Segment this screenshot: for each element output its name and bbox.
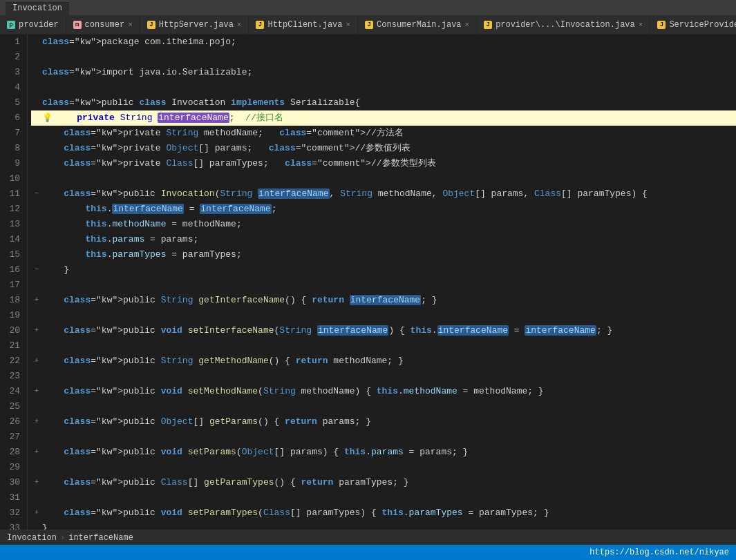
- line-number: 1: [3, 35, 20, 50]
- line-number: 27: [3, 429, 20, 445]
- fold-single-button[interactable]: +: [35, 354, 39, 369]
- fold-single-button[interactable]: +: [35, 384, 39, 399]
- breadcrumb-item-1[interactable]: interfaceName: [68, 533, 133, 543]
- tab-HttpClient[interactable]: JHttpClient.java×: [249, 15, 358, 34]
- line-number: 20: [3, 323, 20, 338]
- fold-single-button[interactable]: +: [35, 323, 39, 338]
- tab-ServiceProvider[interactable]: JServiceProvider.java×: [650, 15, 736, 34]
- code-text: }: [42, 521, 48, 530]
- code-content[interactable]: class="kw">package com.itheima.pojo;clas…: [28, 35, 736, 530]
- code-line: class="kw">import java.io.Serializable;: [31, 65, 736, 80]
- code-text: }: [42, 262, 69, 278]
- code-line: class="kw">private Class[] paramTypes; c…: [31, 156, 736, 171]
- code-line: this.paramTypes = paramTypes;: [31, 247, 736, 262]
- code-line: [31, 490, 736, 505]
- tab-icon: J: [657, 21, 666, 29]
- tab-label: HttpServer.java: [159, 20, 234, 30]
- tab-label: HttpClient.java: [267, 20, 342, 30]
- line-number: 2: [3, 50, 20, 65]
- tab-provider[interactable]: pprovider: [0, 15, 66, 34]
- line-number: 3: [3, 65, 20, 80]
- line-number: 5: [3, 95, 20, 110]
- tab-bar: pprovidermconsumer×JHttpServer.java×JHtt…: [0, 15, 736, 35]
- line-number: 22: [3, 354, 20, 369]
- tab-icon: J: [365, 21, 373, 29]
- fold-open-button[interactable]: −: [35, 186, 39, 202]
- code-line: class="kw">private String methodName; cl…: [31, 126, 736, 141]
- fold-area: +: [31, 384, 42, 399]
- tab-label: ServiceProvider.java: [669, 20, 736, 30]
- tab-icon: p: [7, 21, 15, 29]
- code-line: this.interfaceName = interfaceName;: [31, 202, 736, 217]
- status-url: https://blog.csdn.net/nikyae: [589, 548, 729, 557]
- code-text: class="kw">import java.io.Serializable;: [42, 65, 252, 80]
- line-number: 13: [3, 217, 20, 232]
- fold-area: +: [31, 354, 42, 369]
- tab-close-button[interactable]: ×: [639, 21, 643, 29]
- code-line: + class="kw">public void setMethodName(S…: [31, 384, 736, 399]
- code-line: [31, 460, 736, 475]
- code-line: [31, 278, 736, 293]
- lightbulb-icon[interactable]: 💡: [42, 110, 53, 126]
- line-number: 18: [3, 293, 20, 308]
- code-line: [31, 399, 736, 414]
- line-number: 32: [3, 505, 20, 521]
- code-text: class="kw">public Class[] getParamTypes(…: [42, 475, 409, 490]
- line-number: 4: [3, 80, 20, 95]
- code-line: [31, 429, 736, 445]
- fold-area: +: [31, 475, 42, 490]
- fold-close-button[interactable]: −: [35, 262, 39, 278]
- code-text: class="kw">public String getMethodName()…: [42, 354, 404, 369]
- tab-close-button[interactable]: ×: [346, 21, 351, 29]
- fold-area: +: [31, 505, 42, 521]
- breadcrumb-separator: ›: [60, 533, 65, 543]
- fold-single-button[interactable]: +: [35, 414, 39, 429]
- tab-label: provider: [19, 20, 59, 30]
- tab-close-button[interactable]: ×: [237, 21, 242, 29]
- fold-area: +: [31, 445, 42, 460]
- code-text: this.params = params;: [42, 232, 198, 247]
- code-line: this.params = params;: [31, 232, 736, 247]
- fold-area: +: [31, 323, 42, 338]
- fold-single-button[interactable]: +: [35, 505, 39, 521]
- line-number: 24: [3, 384, 20, 399]
- tab-close-button[interactable]: ×: [128, 21, 133, 29]
- window-title: Invocation: [6, 1, 69, 15]
- tab-consumer[interactable]: mconsumer×: [66, 15, 140, 34]
- code-line: − }: [31, 262, 736, 278]
- tab-icon: J: [147, 21, 155, 29]
- code-line: + class="kw">public void setParamTypes(C…: [31, 505, 736, 521]
- tab-ConsumerMain[interactable]: JConsumerMain.java×: [358, 15, 477, 34]
- line-number: 33: [3, 521, 20, 530]
- code-line: − class="kw">public Invocation(String in…: [31, 186, 736, 202]
- line-number: 31: [3, 490, 20, 505]
- code-line: + class="kw">public Class[] getParamType…: [31, 475, 736, 490]
- line-number: 21: [3, 338, 20, 354]
- code-line: [31, 369, 736, 384]
- fold-area: +: [31, 293, 42, 308]
- line-number: 10: [3, 171, 20, 186]
- breadcrumb-item-0[interactable]: Invocation: [7, 533, 57, 543]
- fold-single-button[interactable]: +: [35, 445, 39, 460]
- fold-single-button[interactable]: +: [35, 475, 39, 490]
- code-line: this.methodName = methodName;: [31, 217, 736, 232]
- code-text: class="kw">private Object[] params; clas…: [42, 141, 411, 156]
- code-text: this.interfaceName = interfaceName;: [42, 202, 277, 217]
- tab-provider_invocation[interactable]: Jprovider\...\Invocation.java×: [477, 15, 650, 34]
- code-text: class="kw">public class Invocation imple…: [42, 95, 360, 110]
- code-line: class="kw">private Object[] params; clas…: [31, 141, 736, 156]
- fold-area: −: [31, 262, 42, 278]
- line-number: 15: [3, 247, 20, 262]
- code-text: this.methodName = methodName;: [42, 217, 242, 232]
- code-text: class="kw">public void setMethodName(Str…: [42, 384, 544, 399]
- code-text: this.paramTypes = paramTypes;: [42, 247, 242, 262]
- tab-close-button[interactable]: ×: [465, 21, 470, 29]
- code-text: class="kw">public void setInterfaceName(…: [42, 323, 612, 338]
- tab-HttpServer[interactable]: JHttpServer.java×: [140, 15, 249, 34]
- fold-single-button[interactable]: +: [35, 293, 39, 308]
- code-line: class="kw">package com.itheima.pojo;: [31, 35, 736, 50]
- tab-icon: J: [484, 21, 492, 29]
- line-number: 19: [3, 308, 20, 323]
- fold-area: −: [31, 186, 42, 202]
- line-number: 7: [3, 126, 20, 141]
